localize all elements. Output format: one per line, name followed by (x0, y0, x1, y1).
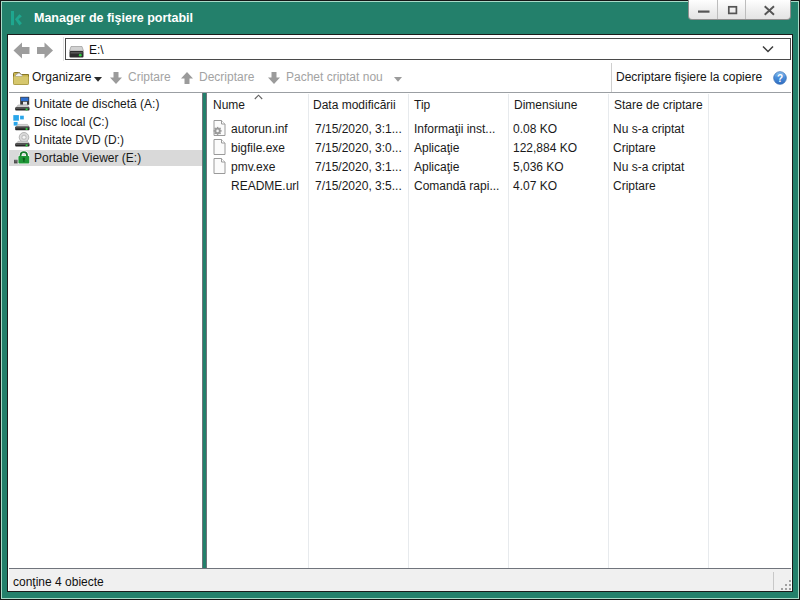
svg-text:?: ? (777, 73, 783, 84)
